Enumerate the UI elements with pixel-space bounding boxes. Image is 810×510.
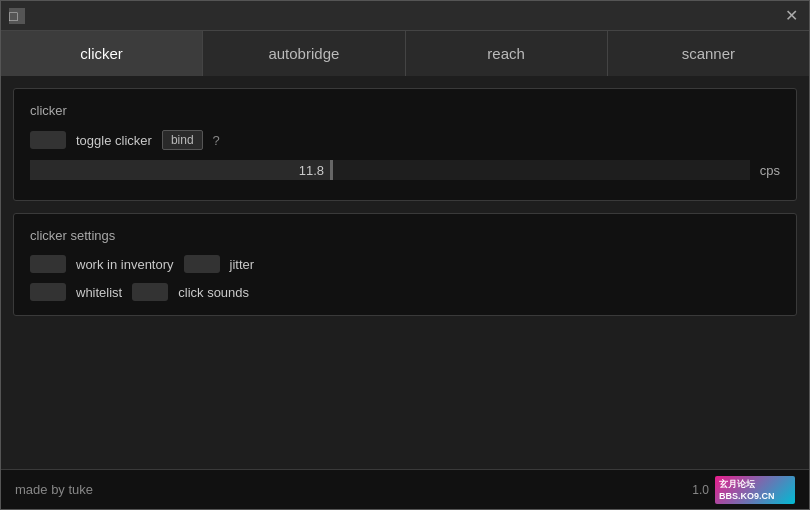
clicker-settings-panel: clicker settings work in inventory jitte… (13, 213, 797, 316)
version-text: 1.0 (692, 483, 709, 497)
cps-slider-row: 11.8 cps (30, 160, 780, 180)
slider-value: 11.8 (30, 160, 330, 180)
slider-remaining (333, 160, 750, 180)
settings-row-1: work in inventory jitter (30, 255, 780, 273)
whitelist-label: whitelist (76, 285, 122, 300)
watermark-area: 1.0 玄月论坛 BBS.KO9.CN (692, 476, 795, 504)
whitelist-toggle[interactable] (30, 283, 66, 301)
cps-unit-label: cps (760, 163, 780, 178)
close-button[interactable]: ✕ (781, 6, 801, 26)
footer: made by tuke 1.0 玄月论坛 BBS.KO9.CN (1, 469, 809, 509)
jitter-label: jitter (230, 257, 255, 272)
help-icon[interactable]: ? (213, 133, 220, 148)
click-sounds-label: click sounds (178, 285, 249, 300)
tab-reach[interactable]: reach (406, 31, 608, 76)
tab-clicker[interactable]: clicker (1, 31, 203, 76)
clicker-toggle[interactable] (30, 131, 66, 149)
bind-button[interactable]: bind (162, 130, 203, 150)
tab-autobridge[interactable]: autobridge (203, 31, 405, 76)
clicker-panel: clicker toggle clicker bind ? 11.8 cps (13, 88, 797, 201)
toggle-clicker-label: toggle clicker (76, 133, 152, 148)
work-in-inventory-label: work in inventory (76, 257, 174, 272)
window-icon: □ (9, 8, 25, 24)
watermark-logo: 玄月论坛 BBS.KO9.CN (715, 476, 795, 504)
tab-scanner[interactable]: scanner (608, 31, 809, 76)
tab-bar: clicker autobridge reach scanner (1, 31, 809, 76)
content-area: clicker toggle clicker bind ? 11.8 cps c… (1, 76, 809, 469)
toggle-row: toggle clicker bind ? (30, 130, 780, 150)
jitter-toggle[interactable] (184, 255, 220, 273)
main-window: □ ✕ clicker autobridge reach scanner cli… (0, 0, 810, 510)
click-sounds-toggle[interactable] (132, 283, 168, 301)
cps-slider[interactable]: 11.8 (30, 160, 750, 180)
work-in-inventory-toggle[interactable] (30, 255, 66, 273)
made-by-text: made by tuke (15, 482, 93, 497)
settings-row-2: whitelist click sounds (30, 283, 780, 301)
settings-panel-title: clicker settings (30, 228, 780, 243)
title-bar: □ ✕ (1, 1, 809, 31)
clicker-panel-title: clicker (30, 103, 780, 118)
